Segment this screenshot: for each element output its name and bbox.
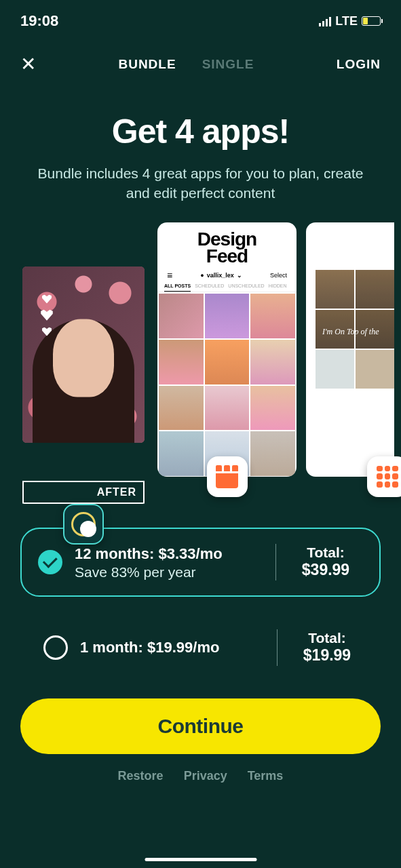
battery-icon <box>362 16 381 26</box>
app-card-2: DesignFeed ≡ ● vallix_lex ⌄ Select ALL P… <box>157 222 297 477</box>
plan1-subtitle: Save 83% per year <box>75 564 263 580</box>
tab-bundle[interactable]: BUNDLE <box>118 57 176 72</box>
network-label: LTE <box>335 14 358 28</box>
plan-1-month[interactable]: 1 month: $19.99/mo Total: $19.99 <box>20 614 381 681</box>
plan2-total-label: Total: <box>290 630 364 646</box>
hamburger-icon: ≡ <box>167 270 172 281</box>
card2-image-grid <box>157 292 297 477</box>
app-icon-lens[interactable] <box>63 504 104 545</box>
terms-link[interactable]: Terms <box>248 769 284 783</box>
status-time: 19:08 <box>20 12 58 30</box>
plan2-title: 1 month: $19.99/mo <box>80 637 265 658</box>
card2-tab-all: ALL POSTS <box>164 283 191 292</box>
page-subtitle: Bundle includes 4 great apps for you to … <box>27 163 374 203</box>
nav-tabs: BUNDLE SINGLE <box>36 57 337 72</box>
app-icon-grid[interactable] <box>367 456 401 497</box>
close-icon[interactable]: ✕ <box>20 53 36 75</box>
tab-single[interactable]: SINGLE <box>202 57 254 72</box>
footer-links: Restore Privacy Terms <box>0 769 401 783</box>
plan1-total-label: Total: <box>288 545 363 561</box>
card2-username: ● vallix_lex ⌄ <box>200 272 242 279</box>
app-icon-planner[interactable] <box>207 456 248 497</box>
plan2-total-value: $19.99 <box>290 646 364 665</box>
login-button[interactable]: LOGIN <box>337 57 381 72</box>
app-card-3: I'm On Top of the <box>306 222 394 477</box>
restore-link[interactable]: Restore <box>118 769 164 783</box>
page-title: Get 4 apps! <box>0 112 401 151</box>
card3-caption: I'm On Top of the <box>322 327 394 337</box>
status-bar: 19:08 LTE <box>0 0 401 37</box>
after-label: AFTER <box>22 481 145 504</box>
check-icon <box>38 550 62 574</box>
app-cards-carousel[interactable]: AFTER DesignFeed ≡ ● vallix_lex ⌄ Select… <box>0 222 401 494</box>
app-card-1: AFTER <box>19 222 148 504</box>
plan1-total-value: $39.99 <box>288 561 363 579</box>
card2-select: Select <box>270 272 287 279</box>
radio-icon <box>43 635 68 660</box>
privacy-link[interactable]: Privacy <box>184 769 227 783</box>
plan1-title: 12 months: $3.33/mo <box>75 544 263 564</box>
card2-title-2: Feed <box>206 245 248 267</box>
signal-icon <box>319 16 331 26</box>
status-right: LTE <box>319 14 381 28</box>
pricing-plans: 12 months: $3.33/mo Save 83% per year To… <box>0 494 401 681</box>
nav-bar: ✕ BUNDLE SINGLE LOGIN <box>0 37 401 82</box>
home-indicator[interactable] <box>145 858 256 861</box>
continue-button[interactable]: Continue <box>20 698 381 754</box>
